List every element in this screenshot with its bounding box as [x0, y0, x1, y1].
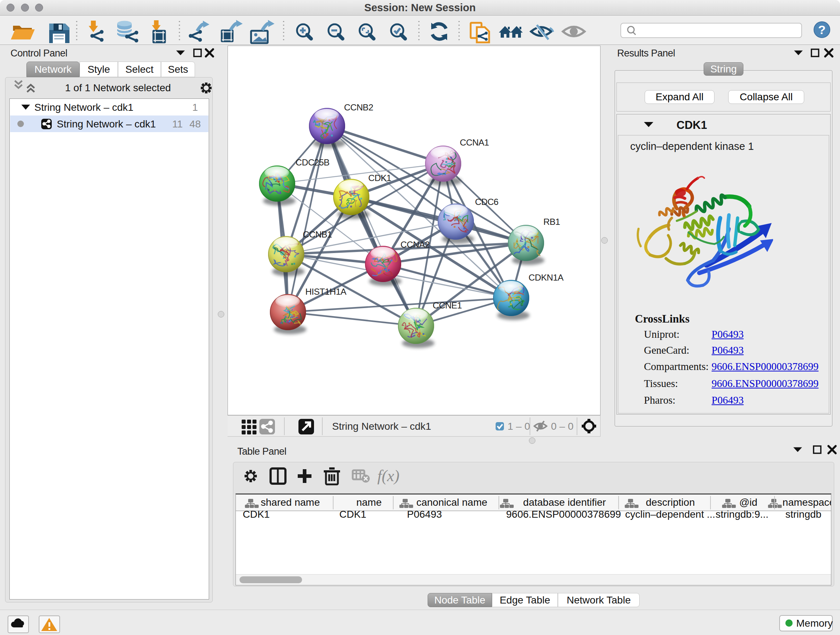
svg-text:CCNE1: CCNE1	[433, 301, 462, 310]
svg-text:HIST1H1A: HIST1H1A	[305, 287, 347, 296]
svg-text:database identifier: database identifier	[523, 497, 606, 508]
svg-text:1 – 0: 1 – 0	[508, 421, 530, 432]
svg-text:namespace: namespace	[783, 497, 831, 508]
svg-text:description: description	[646, 497, 695, 508]
svg-text:1: 1	[192, 102, 198, 113]
svg-text:CCNB2: CCNB2	[344, 103, 373, 112]
svg-text:CDK1: CDK1	[339, 509, 366, 520]
svg-text:String Network – cdk1: String Network – cdk1	[332, 421, 431, 432]
svg-text:stringdb:9...: stringdb:9...	[715, 509, 768, 520]
svg-text:9606.ENSP00000378699: 9606.ENSP00000378699	[506, 509, 621, 520]
svg-text:P06493: P06493	[407, 509, 442, 520]
svg-text:1 of 1 Network selected: 1 of 1 Network selected	[65, 82, 171, 93]
svg-text:@id: @id	[739, 497, 757, 508]
svg-text:CCNB1: CCNB1	[303, 230, 332, 239]
svg-text:cyclin–dependent ...: cyclin–dependent ...	[625, 509, 715, 520]
svg-text:Memory: Memory	[796, 618, 833, 629]
svg-text:String Network – cdk1: String Network – cdk1	[34, 102, 134, 113]
svg-text:CCNA1: CCNA1	[460, 138, 489, 147]
svg-text:f(x): f(x)	[377, 467, 399, 485]
svg-text:0 – 0: 0 – 0	[551, 421, 573, 432]
svg-text:String Network – cdk1: String Network – cdk1	[57, 119, 156, 130]
svg-text:CCNA2: CCNA2	[401, 240, 430, 249]
svg-text:canonical name: canonical name	[416, 497, 487, 508]
svg-text:CDC25B: CDC25B	[295, 157, 330, 167]
svg-text:name: name	[356, 497, 382, 508]
svg-text:CDK1: CDK1	[243, 509, 270, 520]
svg-text:shared name: shared name	[261, 497, 320, 508]
svg-text:CDKN1A: CDKN1A	[529, 272, 564, 282]
svg-text:RB1: RB1	[543, 217, 560, 226]
svg-text:48: 48	[189, 119, 201, 130]
svg-text:CDK1: CDK1	[676, 119, 707, 131]
svg-text:CDC6: CDC6	[475, 197, 499, 207]
svg-text:11: 11	[172, 119, 183, 130]
svg-text:?: ?	[818, 23, 826, 36]
svg-text:stringdb: stringdb	[785, 509, 821, 520]
svg-text:CDK1: CDK1	[368, 173, 391, 183]
